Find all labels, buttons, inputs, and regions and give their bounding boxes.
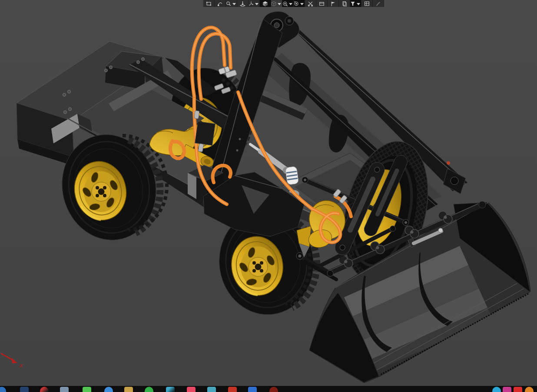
toolbar-icon bbox=[294, 1, 299, 7]
axis-x-label: x bbox=[19, 362, 23, 369]
toolbar-icon bbox=[249, 1, 254, 7]
toolbar-icon bbox=[375, 1, 381, 7]
app-red-shape[interactable] bbox=[228, 387, 237, 392]
toolbar-icon bbox=[206, 1, 212, 7]
annotation-flag-button[interactable] bbox=[328, 0, 339, 7]
filter-button[interactable] bbox=[350, 0, 361, 7]
app-blue-circle[interactable] bbox=[104, 387, 113, 392]
app-teal-circle-right[interactable] bbox=[492, 387, 501, 392]
toolbar-icon bbox=[271, 1, 276, 7]
app-flame[interactable] bbox=[525, 387, 534, 392]
shaded-view-button[interactable] bbox=[260, 0, 271, 7]
hydraulic-fitting-white[interactable] bbox=[285, 166, 298, 185]
toolbar-icon bbox=[350, 1, 355, 7]
edit-sketch-pencil-button[interactable] bbox=[373, 0, 384, 7]
app-gradient-square[interactable] bbox=[503, 387, 511, 392]
app-pink-square[interactable] bbox=[187, 387, 196, 392]
app-green-square[interactable] bbox=[83, 387, 91, 392]
toolbar-icon bbox=[217, 1, 223, 7]
toolbar-icon bbox=[341, 1, 347, 7]
edit-appearance-button[interactable] bbox=[294, 0, 305, 7]
dropdown-arrow-icon[interactable] bbox=[276, 0, 282, 7]
toolbar-icon bbox=[308, 1, 313, 7]
cad-window: x bbox=[0, 0, 537, 392]
hide-show-items-button[interactable] bbox=[282, 0, 294, 7]
toolbar-icon bbox=[330, 1, 336, 7]
display-style-button[interactable] bbox=[271, 0, 282, 7]
measure-button[interactable] bbox=[305, 0, 316, 7]
dropdown-arrow-icon[interactable] bbox=[231, 0, 237, 7]
joint-marker bbox=[447, 161, 450, 165]
dropdown-arrow-icon[interactable] bbox=[254, 0, 259, 7]
toolbar-icon bbox=[226, 1, 231, 7]
copy-document-button[interactable] bbox=[339, 0, 350, 7]
app-dark-red-circle[interactable] bbox=[40, 387, 49, 392]
dropdown-arrow-icon[interactable] bbox=[299, 0, 305, 7]
viewport-3d[interactable]: x bbox=[0, 0, 537, 392]
dropdown-arrow-icon[interactable] bbox=[288, 0, 293, 7]
toolbar-icon bbox=[319, 1, 325, 7]
zoom-area-button[interactable] bbox=[226, 0, 237, 7]
sketch-trim-button[interactable] bbox=[215, 0, 226, 7]
app-blue-partial[interactable] bbox=[0, 387, 6, 392]
toolbar-icon bbox=[282, 1, 288, 7]
taskbar[interactable] bbox=[0, 386, 537, 392]
app-navy[interactable] bbox=[20, 387, 29, 392]
toolbar-icon bbox=[262, 1, 268, 7]
grid-settings-button[interactable] bbox=[361, 0, 373, 7]
app-teal-rect[interactable] bbox=[207, 387, 216, 392]
app-orange-tan[interactable] bbox=[124, 387, 133, 392]
app-red-rect[interactable] bbox=[514, 387, 522, 392]
toolbar-icon bbox=[240, 1, 245, 7]
toolbar-icon bbox=[364, 1, 370, 7]
dropdown-arrow-icon[interactable] bbox=[355, 0, 361, 7]
normal-to-button[interactable] bbox=[237, 0, 249, 7]
view-orientation-button[interactable] bbox=[249, 0, 260, 7]
app-teal-frame[interactable] bbox=[166, 387, 175, 392]
app-blue-square[interactable] bbox=[248, 387, 257, 392]
sketch-profile-button[interactable] bbox=[203, 0, 215, 7]
section-view-button[interactable] bbox=[316, 0, 328, 7]
app-maroon-circle[interactable] bbox=[269, 387, 278, 392]
app-green-circle[interactable] bbox=[145, 387, 153, 392]
app-steel-blue[interactable] bbox=[60, 387, 69, 392]
heads-up-toolbar bbox=[203, 0, 384, 7]
